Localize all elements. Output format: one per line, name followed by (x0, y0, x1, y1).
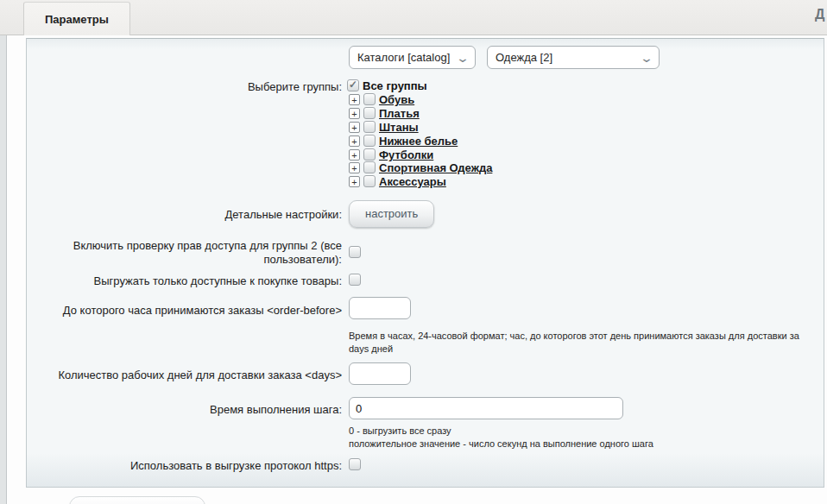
use-https-checkbox[interactable] (349, 458, 361, 470)
group-link[interactable]: Нижнее белье (379, 135, 458, 148)
step-time-help-line2: положительное значение - число секунд на… (349, 438, 763, 450)
expand-plus-icon[interactable]: + (349, 176, 360, 187)
available-only-checkbox[interactable] (349, 274, 361, 286)
export-type-select[interactable]: Каталоги [catalog] ⌄ (349, 46, 476, 69)
group-link[interactable]: Спортивная Одежда (379, 161, 492, 174)
group-checkbox[interactable] (363, 121, 376, 133)
chevron-down-icon: ⌄ (640, 54, 653, 62)
settings-panel: Каталоги [catalog] ⌄ Одежда [2] ⌄ Выбери… (26, 38, 824, 488)
group-checkbox[interactable] (363, 175, 376, 187)
infoblock-select-value: Одежда [2] (496, 51, 552, 64)
delivery-days-input[interactable] (349, 362, 411, 385)
expand-plus-icon[interactable]: + (349, 94, 360, 105)
groups-label: Выберите группы: (27, 80, 342, 94)
partial-bottom-button[interactable] (69, 496, 205, 504)
checkmark-icon: ✓ (349, 79, 357, 91)
access-check-label: Включить проверку прав доступа для групп… (57, 239, 342, 267)
order-before-label: До которого часа принимаются заказы <ord… (27, 304, 342, 318)
expand-plus-icon[interactable]: + (349, 149, 360, 161)
all-groups-checkbox[interactable]: ✓ (347, 79, 359, 91)
clipped-tab-fragment: Д (815, 7, 824, 22)
detail-settings-label: Детальные настройки: (27, 208, 342, 222)
step-time-help: 0 - выгрузить все сразу положительное зн… (349, 425, 763, 450)
order-before-input[interactable] (349, 297, 411, 319)
step-time-help-line1: 0 - выгрузить все сразу (349, 425, 763, 438)
chevron-down-icon: ⌄ (456, 54, 470, 62)
order-before-help: Время в часах, 24-часовой формат; час, д… (349, 330, 819, 356)
expand-plus-icon[interactable]: + (349, 122, 360, 133)
group-link[interactable]: Футболки (379, 148, 433, 161)
group-checkbox[interactable] (363, 107, 376, 119)
group-link[interactable]: Штаны (379, 121, 419, 134)
use-https-label: Использовать в выгрузке протокол https: (27, 459, 342, 473)
left-gutter (0, 35, 7, 504)
step-time-label: Время выполнения шага: (27, 403, 342, 417)
group-checkbox[interactable] (363, 135, 376, 147)
tab-bar: Параметры Д (0, 0, 827, 35)
configure-button[interactable]: настроить (349, 200, 434, 228)
group-link[interactable]: Платья (379, 107, 420, 120)
expand-plus-icon[interactable]: + (349, 135, 360, 147)
group-checkbox[interactable] (363, 148, 376, 161)
group-link[interactable]: Аксессуары (379, 175, 446, 188)
tab-parameters[interactable]: Параметры (23, 2, 130, 35)
group-checkbox[interactable] (363, 93, 376, 105)
group-link[interactable]: Обувь (379, 93, 414, 106)
available-only-label: Выгружать только доступные к покупке тов… (27, 274, 342, 288)
tab-parameters-label: Параметры (45, 13, 109, 26)
all-groups-label: Все группы (363, 79, 427, 93)
expand-plus-icon[interactable]: + (349, 108, 360, 119)
page: { "tabs": { "active_label": "Параметры",… (0, 0, 827, 504)
delivery-days-label: Количество рабочих дней для доставки зак… (27, 369, 342, 382)
expand-plus-icon[interactable]: + (349, 162, 360, 173)
access-check-checkbox[interactable] (349, 246, 361, 258)
export-type-select-value: Каталоги [catalog] (357, 51, 450, 64)
step-time-input[interactable] (349, 397, 623, 419)
group-checkbox[interactable] (363, 161, 376, 173)
infoblock-select[interactable]: Одежда [2] ⌄ (487, 46, 660, 69)
